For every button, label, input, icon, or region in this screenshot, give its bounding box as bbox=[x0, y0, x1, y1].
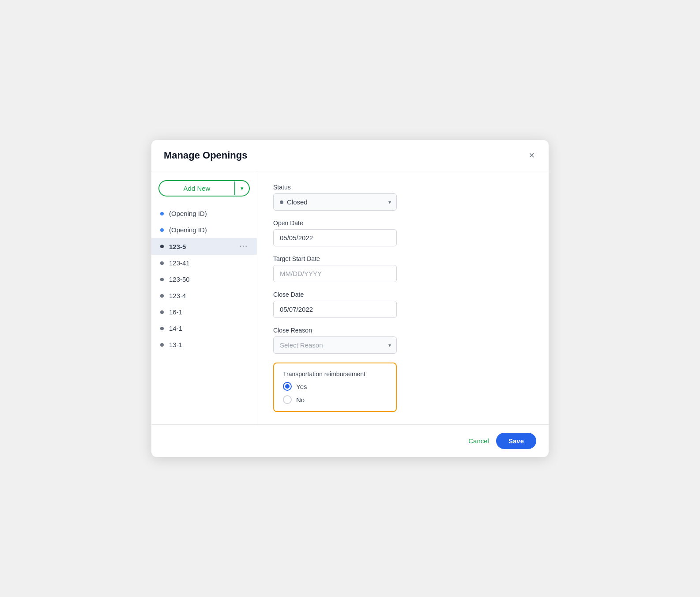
add-new-label: Add New bbox=[159, 181, 234, 196]
sidebar-item-123-4[interactable]: 123-4 bbox=[151, 287, 257, 304]
sidebar-item-123-41[interactable]: 123-41 bbox=[151, 255, 257, 271]
close-reason-label: Close Reason bbox=[273, 327, 533, 334]
transport-yes-label: Yes bbox=[296, 383, 307, 390]
sidebar-list: (Opening ID) (Opening ID) 123-5 ··· 123-… bbox=[151, 205, 257, 353]
transport-yes-option[interactable]: Yes bbox=[283, 382, 387, 391]
sidebar-item-label: (Opening ID) bbox=[169, 210, 248, 217]
cancel-button[interactable]: Cancel bbox=[468, 437, 489, 445]
sidebar-item-13-1[interactable]: 13-1 bbox=[151, 336, 257, 353]
sidebar-item-label: 13-1 bbox=[169, 341, 248, 348]
open-date-input[interactable] bbox=[273, 229, 397, 246]
sidebar-item-opening-id-2[interactable]: (Opening ID) bbox=[151, 222, 257, 238]
close-reason-select-wrapper: Select Reason ▾ bbox=[273, 336, 397, 354]
status-label: Status bbox=[273, 184, 533, 191]
transport-no-option[interactable]: No bbox=[283, 395, 387, 404]
sidebar-item-label: 123-50 bbox=[169, 276, 248, 283]
transport-no-label: No bbox=[296, 396, 305, 404]
save-button[interactable]: Save bbox=[496, 433, 536, 449]
open-date-field-group: Open Date bbox=[273, 219, 533, 246]
main-content: Status Closed ▾ Open Date Target Start D… bbox=[257, 171, 549, 424]
sidebar-item-label: (Opening ID) bbox=[169, 226, 248, 234]
close-button[interactable]: × bbox=[527, 149, 536, 162]
close-icon: × bbox=[529, 151, 534, 160]
chevron-down-icon: ▾ bbox=[388, 342, 391, 348]
dot-icon bbox=[160, 294, 164, 298]
dot-icon bbox=[160, 327, 164, 330]
radio-no-icon bbox=[283, 395, 292, 404]
status-dot-icon bbox=[280, 200, 283, 204]
dot-icon bbox=[160, 228, 164, 232]
sidebar-item-label: 123-4 bbox=[169, 292, 248, 299]
close-date-input[interactable] bbox=[273, 301, 397, 318]
ellipsis-icon[interactable]: ··· bbox=[240, 242, 248, 250]
sidebar-item-label: 14-1 bbox=[169, 325, 248, 332]
sidebar-item-123-50[interactable]: 123-50 bbox=[151, 271, 257, 287]
target-start-date-input[interactable] bbox=[273, 265, 397, 282]
status-select[interactable]: Closed ▾ bbox=[273, 193, 397, 211]
dot-icon bbox=[160, 310, 164, 314]
modal-header: Manage Openings × bbox=[151, 140, 549, 171]
radio-yes-icon bbox=[283, 382, 292, 391]
close-date-label: Close Date bbox=[273, 291, 533, 298]
close-reason-field-group: Close Reason Select Reason ▾ bbox=[273, 327, 533, 354]
sidebar-item-label: 123-5 bbox=[169, 243, 240, 250]
sidebar-item-14-1[interactable]: 14-1 bbox=[151, 320, 257, 336]
transport-title: Transportation reimbursement bbox=[283, 370, 387, 378]
chevron-down-icon: ▾ bbox=[388, 199, 391, 205]
dot-icon bbox=[160, 212, 164, 215]
open-date-label: Open Date bbox=[273, 219, 533, 227]
target-start-date-field-group: Target Start Date bbox=[273, 255, 533, 282]
close-reason-select[interactable]: Select Reason ▾ bbox=[273, 336, 397, 354]
radio-yes-inner bbox=[285, 384, 290, 389]
transportation-reimbursement-box: Transportation reimbursement Yes No bbox=[273, 363, 397, 412]
status-value: Closed bbox=[287, 198, 308, 206]
modal-body: Add New ▾ (Opening ID) (Opening ID) bbox=[151, 171, 549, 424]
add-new-button-wrap: Add New ▾ bbox=[151, 180, 257, 205]
dot-icon bbox=[160, 278, 164, 281]
sidebar-item-label: 16-1 bbox=[169, 308, 248, 316]
dot-icon bbox=[160, 261, 164, 265]
manage-openings-modal: Manage Openings × Add New ▾ (Opening ID) bbox=[151, 140, 549, 457]
close-date-field-group: Close Date bbox=[273, 291, 533, 318]
dot-icon bbox=[160, 245, 164, 248]
status-field-group: Status Closed ▾ bbox=[273, 184, 533, 211]
add-new-button[interactable]: Add New ▾ bbox=[158, 180, 250, 196]
sidebar-item-opening-id-1[interactable]: (Opening ID) bbox=[151, 205, 257, 222]
modal-title: Manage Openings bbox=[164, 150, 247, 161]
status-select-wrapper: Closed ▾ bbox=[273, 193, 397, 211]
sidebar: Add New ▾ (Opening ID) (Opening ID) bbox=[151, 171, 257, 424]
sidebar-item-123-5[interactable]: 123-5 ··· bbox=[151, 238, 257, 255]
target-start-date-label: Target Start Date bbox=[273, 255, 533, 262]
modal-footer: Cancel Save bbox=[151, 424, 549, 457]
close-reason-placeholder: Select Reason bbox=[280, 341, 323, 349]
dot-icon bbox=[160, 343, 164, 347]
sidebar-item-16-1[interactable]: 16-1 bbox=[151, 304, 257, 320]
chevron-down-icon: ▾ bbox=[234, 181, 249, 195]
sidebar-item-label: 123-41 bbox=[169, 259, 248, 267]
